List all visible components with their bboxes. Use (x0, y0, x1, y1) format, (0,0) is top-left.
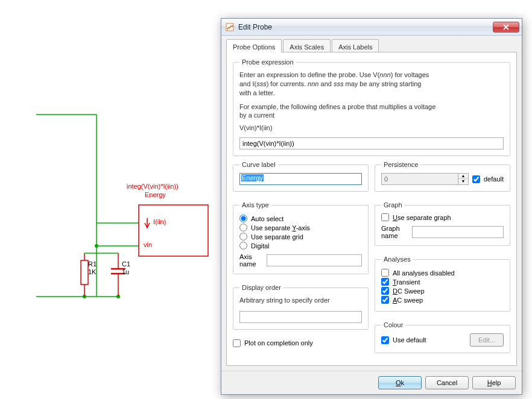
axis-separate-y[interactable]: Use separate Y-axis (239, 224, 362, 231)
persistence-legend: Persistence (381, 161, 420, 168)
dialog-title: Edit Probe (238, 23, 493, 31)
axis-separate-grid[interactable]: Use separate grid (239, 233, 362, 240)
curve-label-legend: Curve label (239, 161, 278, 168)
app-icon (225, 22, 235, 32)
axis-digital[interactable]: Digital (239, 242, 362, 250)
curve-label-group: Curve label Energy (233, 161, 369, 192)
close-icon (502, 24, 510, 30)
axis-name-input[interactable] (267, 254, 362, 266)
axis-type-legend: Axis type (239, 201, 271, 209)
analyses-legend: Analyses (381, 256, 413, 263)
svg-rect-10 (81, 260, 88, 284)
r-ref: R1 (88, 260, 97, 268)
close-button[interactable] (493, 22, 519, 33)
tab-probe-options[interactable]: Probe Options (226, 39, 282, 52)
probe-expr-instructions: Enter an expression to define the probe.… (239, 71, 504, 98)
analyses-group: Analyses All analyses disabled Transient… (375, 256, 510, 312)
chevron-up-icon: ▲ (458, 174, 468, 179)
plot-on-completion-checkbox[interactable]: Plot on completion only (233, 339, 369, 347)
probe-expression-input[interactable] (239, 137, 504, 149)
tab-axis-labels[interactable]: Axis Labels (332, 39, 379, 52)
graph-legend: Graph (381, 201, 405, 209)
probe-port-v: vin (144, 241, 152, 248)
tab-panel-options: Probe expression Enter an expression to … (226, 52, 517, 366)
persistence-input[interactable] (381, 173, 458, 185)
dialog-button-row: Ok Cancel Help (221, 371, 522, 394)
titlebar[interactable]: Edit Probe (221, 19, 522, 36)
schematic-canvas (0, 0, 220, 399)
probe-port-i: I(iin) (153, 218, 166, 225)
curve-label-input[interactable]: Energy (239, 173, 362, 185)
axis-name-label: Axis name (239, 253, 263, 268)
graph-name-label: Graph name (381, 225, 408, 239)
svg-point-6 (95, 244, 98, 248)
c-val: 1u (122, 268, 129, 275)
probe-expression-group: Probe expression Enter an expression to … (233, 58, 510, 156)
analyses-transient-checkbox[interactable]: Transient (381, 278, 504, 286)
persistence-default-checkbox[interactable]: default (472, 175, 504, 183)
probe-expr-example-intro: For example, the following defines a pro… (239, 102, 504, 121)
analyses-disabled-checkbox[interactable]: All analyses disabled (381, 269, 504, 277)
chevron-down-icon: ▼ (458, 179, 468, 184)
colour-group: Colour Use default Edit... (375, 321, 510, 353)
help-button[interactable]: Help (472, 376, 516, 389)
persistence-spinner[interactable]: ▲▼ (458, 173, 469, 185)
colour-default-checkbox[interactable]: Use default (381, 336, 426, 344)
probe-name-label: Energy (145, 191, 166, 198)
probe-expression-label: integ(V(vin)*I(iin)) (127, 183, 179, 190)
graph-group: Graph Use separate graph Graph name (375, 201, 510, 246)
axis-auto-select[interactable]: Auto select (239, 215, 362, 222)
persistence-group: Persistence ▲▼ default (375, 161, 510, 192)
svg-rect-18 (139, 205, 208, 256)
c-ref: C1 (122, 260, 130, 268)
colour-legend: Colour (381, 321, 405, 328)
probe-expr-example: V(vin)*I(iin) (239, 124, 504, 133)
use-separate-graph-checkbox[interactable]: Use separate graph (381, 213, 504, 221)
display-order-desc: Arbitrary string to specify order (239, 296, 362, 305)
analyses-ac-checkbox[interactable]: AC sweep (381, 296, 504, 304)
ok-button[interactable]: Ok (378, 376, 422, 389)
display-order-group: Display order Arbitrary string to specif… (233, 284, 369, 330)
tab-axis-scales[interactable]: Axis Scales (283, 39, 331, 52)
probe-expression-legend: Probe expression (239, 58, 296, 66)
cancel-button[interactable]: Cancel (425, 376, 469, 389)
analyses-dc-checkbox[interactable]: DC Sweep (381, 287, 504, 295)
colour-edit-button[interactable]: Edit... (470, 333, 504, 347)
edit-probe-dialog: Edit Probe Probe Options Axis Scales Axi… (221, 18, 522, 395)
display-order-input[interactable] (239, 311, 362, 323)
display-order-legend: Display order (239, 284, 283, 291)
axis-type-group: Axis type Auto select Use separate Y-axi… (233, 201, 369, 274)
r-val: 1K (88, 268, 96, 275)
graph-name-input[interactable] (412, 226, 504, 238)
